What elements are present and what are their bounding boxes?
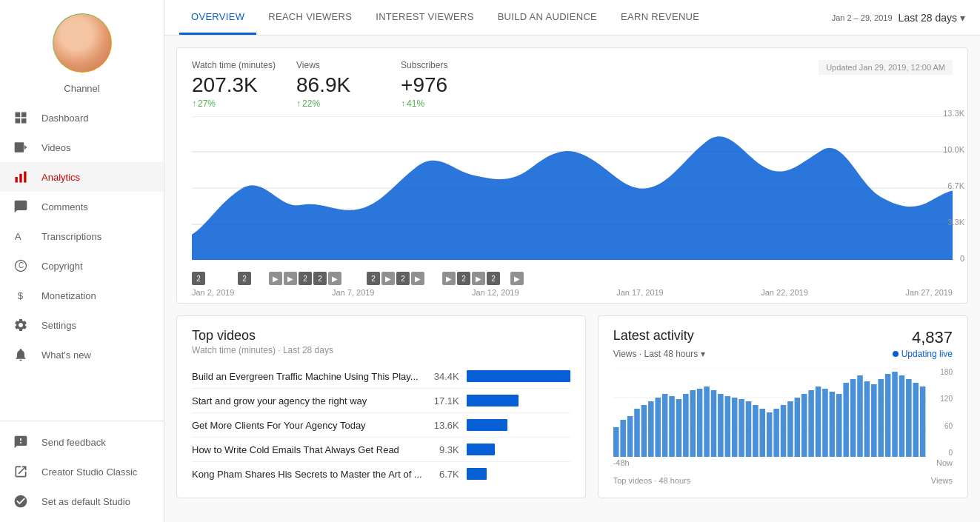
svg-rect-37 — [718, 394, 724, 457]
y-label-0: 0 — [943, 254, 964, 263]
sidebar-footer: Send feedback Creator Studio Classic Set… — [0, 421, 164, 522]
activity-bar-chart: 180 120 60 0 — [613, 368, 953, 457]
svg-rect-63 — [899, 375, 904, 457]
subscribers-value: +976 — [401, 73, 505, 97]
sidebar-item-monetization[interactable]: $ Monetization — [0, 281, 164, 310]
svg-rect-61 — [885, 374, 891, 457]
video-marker-6[interactable]: 2 — [396, 272, 410, 285]
svg-rect-54 — [836, 394, 842, 457]
activity-y-60: 60 — [930, 422, 953, 430]
video-marker-2[interactable]: 2 — [238, 272, 251, 285]
sidebar-item-send-feedback[interactable]: Send feedback — [0, 427, 164, 457]
activity-meta: Views · Last 48 hours ▾ Updating live — [613, 349, 953, 359]
sidebar-item-whats-new[interactable]: What's new — [0, 340, 164, 369]
sidebar-item-analytics[interactable]: Analytics — [0, 162, 164, 192]
video-row-1[interactable]: Build an Evergreen Traffic Machine Using… — [192, 364, 570, 389]
chevron-down-icon-views: ▾ — [701, 349, 705, 359]
play-marker-1[interactable]: ▶ — [269, 272, 282, 285]
bar-3 — [467, 419, 507, 431]
views-dropdown[interactable]: Views · Last 48 hours ▾ — [613, 349, 706, 359]
play-marker-6[interactable]: ▶ — [442, 272, 456, 285]
play-marker-8[interactable]: ▶ — [510, 272, 524, 285]
svg-rect-47 — [787, 401, 793, 457]
sidebar-label-transcriptions: Transcriptions — [41, 231, 101, 242]
views-label: Views — [296, 60, 401, 70]
x-label-48h: -48h — [613, 458, 630, 467]
sidebar-item-copyright[interactable]: C Copyright — [0, 251, 164, 281]
views-change: ↑ 22% — [296, 98, 401, 109]
updated-label: Updated Jan 29, 2019, 12:00 AM — [819, 60, 953, 75]
activity-title: Latest activity — [613, 328, 694, 344]
svg-rect-32 — [683, 394, 689, 457]
analytics-icon — [12, 168, 30, 186]
video-icon — [12, 138, 30, 156]
x-label-jan22: Jan 22, 2019 — [761, 288, 808, 297]
sidebar-label-videos: Videos — [41, 142, 71, 153]
svg-rect-22 — [613, 427, 619, 457]
sidebar-item-set-default[interactable]: Set as default Studio — [0, 486, 164, 516]
video-marker-1[interactable]: 2 — [192, 272, 205, 285]
subscribers-label: Subscribers — [401, 60, 505, 70]
play-marker-2[interactable]: ▶ — [284, 272, 297, 285]
play-marker-3[interactable]: ▶ — [328, 272, 341, 285]
video-marker-5[interactable]: 2 — [367, 272, 380, 285]
svg-rect-26 — [641, 405, 647, 457]
sidebar-item-transcriptions[interactable]: A Transcriptions — [0, 221, 164, 251]
svg-rect-40 — [739, 399, 744, 457]
tab-earn-revenue[interactable]: EARN REVENUE — [609, 0, 711, 35]
play-marker-4[interactable]: ▶ — [381, 272, 395, 285]
checkmark-icon — [12, 492, 30, 510]
svg-rect-64 — [906, 379, 912, 457]
video-row-3[interactable]: Get More Clients For Your Agency Today 1… — [192, 413, 570, 438]
sidebar-label-set-default: Set as default Studio — [41, 496, 130, 507]
stats-panel: Watch time (minutes) 207.3K ↑ 27% Views … — [176, 47, 968, 304]
svg-rect-48 — [794, 398, 800, 457]
video-row-2[interactable]: Start and grow your agency the right way… — [192, 389, 570, 413]
activity-y-0: 0 — [930, 449, 953, 457]
video-marker-7[interactable]: 2 — [457, 272, 470, 285]
video-marker-8[interactable]: 2 — [487, 272, 500, 285]
video-views-5: 6.7K — [422, 469, 459, 480]
tab-build-audience[interactable]: BUILD AN AUDIENCE — [486, 0, 609, 35]
activity-chart-svg — [613, 368, 927, 457]
play-marker-5[interactable]: ▶ — [411, 272, 424, 285]
video-row-4[interactable]: How to Write Cold Emails That Always Get… — [192, 438, 570, 462]
tab-overview[interactable]: OVERVIEW — [179, 0, 256, 35]
sidebar-item-dashboard[interactable]: Dashboard — [0, 103, 164, 133]
sidebar-item-creator-studio[interactable]: Creator Studio Classic — [0, 457, 164, 486]
svg-rect-34 — [697, 389, 703, 457]
x-axis-labels: Jan 2, 2019 Jan 7, 2019 Jan 12, 2019 Jan… — [177, 288, 967, 297]
svg-rect-29 — [662, 394, 668, 457]
feedback-icon — [12, 433, 30, 451]
watch-time-label: Watch time (minutes) — [192, 60, 296, 70]
date-period-label: Last 28 days — [899, 12, 957, 24]
watch-time-value: 207.3K — [192, 73, 296, 97]
svg-rect-38 — [724, 396, 730, 457]
stat-watch-time: Watch time (minutes) 207.3K ↑ 27% — [192, 60, 296, 109]
video-views-3: 13.6K — [422, 420, 459, 431]
live-dot — [893, 351, 899, 357]
video-title-5: Kong Pham Shares His Secrets to Master t… — [192, 469, 422, 480]
x-label-jan2: Jan 2, 2019 — [192, 288, 235, 297]
y-label-10k: 10.0K — [943, 145, 964, 154]
svg-rect-0 — [16, 113, 21, 118]
sidebar-item-settings[interactable]: Settings — [0, 310, 164, 340]
video-marker-3[interactable]: 2 — [299, 272, 312, 285]
updating-live: Updating live — [893, 349, 953, 359]
svg-rect-59 — [871, 384, 877, 457]
dashboard-icon — [12, 109, 30, 127]
video-marker-4[interactable]: 2 — [313, 272, 327, 285]
video-title-3: Get More Clients For Your Agency Today — [192, 420, 422, 431]
date-range: Jan 2 – 29, 2019 Last 28 days ▾ — [832, 12, 965, 24]
sidebar-item-videos[interactable]: Videos — [0, 133, 164, 162]
sidebar-item-comments[interactable]: Comments — [0, 192, 164, 221]
svg-rect-49 — [801, 394, 807, 457]
tab-interest-viewers[interactable]: INTEREST VIEWERS — [364, 0, 485, 35]
svg-rect-65 — [913, 383, 919, 457]
sidebar-nav: Dashboard Videos Analytics Comments A — [0, 103, 164, 421]
tab-reach-viewers[interactable]: REACH VIEWERS — [256, 0, 364, 35]
date-period-select[interactable]: Last 28 days ▾ — [899, 12, 965, 24]
svg-rect-4 — [15, 142, 24, 152]
video-row-5[interactable]: Kong Pham Shares His Secrets to Master t… — [192, 462, 570, 486]
play-marker-7[interactable]: ▶ — [472, 272, 485, 285]
